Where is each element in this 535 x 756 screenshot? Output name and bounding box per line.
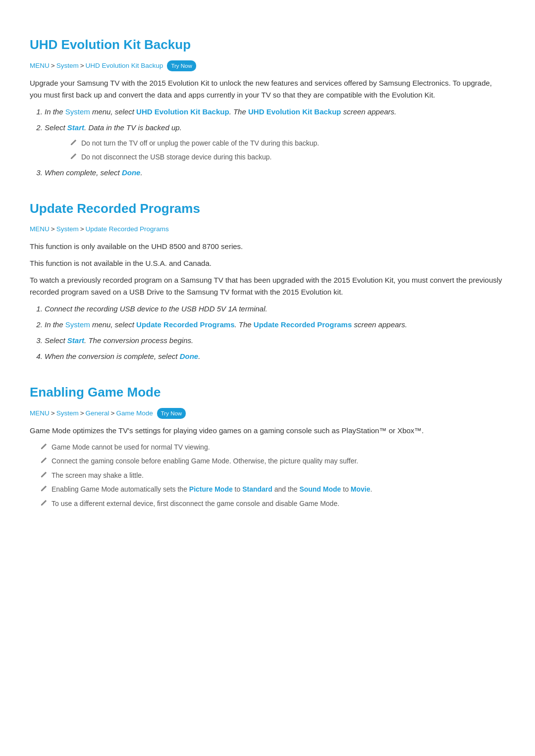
s2step2-system-link: System (65, 320, 90, 329)
section3-intro: Game Mode optimizes the TV's settings fo… (30, 425, 505, 437)
breadcrumb3-game-mode[interactable]: Game Mode (116, 408, 153, 419)
step1-uhd-link2: UHD Evolution Kit Backup (248, 107, 341, 116)
pencil-icon-gm3 (40, 471, 48, 479)
section2-step4: When the conversion is complete, select … (45, 351, 505, 362)
step1-uhd-link: UHD Evolution Kit Backup (136, 107, 229, 116)
breadcrumb3-sep1: > (51, 408, 55, 419)
pencil-icon-2 (69, 152, 77, 160)
try-now-badge-3[interactable]: Try Now (157, 408, 186, 419)
gm-note4: Enabling Game Mode automatically sets th… (40, 484, 505, 495)
section3-breadcrumb: MENU > System > General > Game Mode Try … (30, 408, 505, 419)
breadcrumb3-menu[interactable]: MENU (30, 408, 50, 419)
section1-notes: Do not turn the TV off or unplug the pow… (69, 138, 505, 163)
section1-breadcrumb: MENU > System > UHD Evolution Kit Backup… (30, 60, 505, 71)
breadcrumb2-system[interactable]: System (56, 224, 79, 235)
section1-step1: In the System menu, select UHD Evolution… (45, 106, 505, 118)
pencil-icon-1 (69, 139, 77, 147)
step2-start-link: Start (67, 123, 84, 132)
gm-note1: Game Mode cannot be used for normal TV v… (40, 442, 505, 453)
section2-para2: This function is not available in the U.… (30, 257, 505, 269)
s2step3-start-link: Start (67, 336, 84, 345)
note1-text: Do not turn the TV off or unplug the pow… (81, 138, 319, 149)
section2-step3: Select Start. The conversion process beg… (45, 335, 505, 347)
breadcrumb3-sep2: > (80, 408, 84, 419)
section2-para3: To watch a previously recorded program o… (30, 274, 505, 298)
section2-step2: In the System menu, select Update Record… (45, 319, 505, 331)
gm-note3-text: The screen may shake a little. (52, 470, 144, 481)
breadcrumb3-general[interactable]: General (86, 408, 109, 419)
s2step2-update-link: Update Recorded Programs (136, 320, 234, 329)
standard-link: Standard (242, 485, 272, 493)
breadcrumb-menu[interactable]: MENU (30, 60, 50, 71)
section1-step2: Select Start. Data in the TV is backed u… (45, 122, 505, 163)
breadcrumb-uhd-backup[interactable]: UHD Evolution Kit Backup (86, 60, 163, 71)
breadcrumb-sep2: > (80, 60, 84, 71)
breadcrumb-system[interactable]: System (56, 60, 79, 71)
gm-note3: The screen may shake a little. (40, 470, 505, 481)
sound-mode-link: Sound Mode (299, 485, 341, 493)
note2-text: Do not disconnect the USB storage device… (81, 151, 271, 162)
section2-steps: Connect the recording USB device to the … (45, 303, 505, 362)
breadcrumb2-menu[interactable]: MENU (30, 224, 50, 235)
section1-step3: When complete, select Done. (45, 167, 505, 179)
section3-title: Enabling Game Mode (30, 382, 505, 403)
section2-para1: This function is only available on the U… (30, 241, 505, 252)
breadcrumb3-system[interactable]: System (56, 408, 79, 419)
gm-note5-text: To use a different external device, firs… (52, 498, 339, 509)
breadcrumb3-sep3: > (111, 408, 115, 419)
gm-note1-text: Game Mode cannot be used for normal TV v… (52, 442, 210, 453)
picture-mode-link: Picture Mode (189, 485, 233, 493)
movie-link: Movie (351, 485, 371, 493)
note2: Do not disconnect the USB storage device… (69, 151, 505, 162)
section-update-recorded: Update Recorded Programs MENU > System >… (30, 199, 505, 362)
gm-note2: Connect the gaming console before enabli… (40, 455, 505, 466)
pencil-icon-gm4 (40, 485, 48, 493)
gm-note5: To use a different external device, firs… (40, 498, 505, 509)
try-now-badge-1[interactable]: Try Now (167, 60, 196, 71)
breadcrumb2-update-recorded[interactable]: Update Recorded Programs (86, 224, 169, 235)
gm-note2-text: Connect the gaming console before enabli… (52, 455, 358, 466)
breadcrumb2-sep1: > (51, 224, 55, 235)
breadcrumb-sep1: > (51, 60, 55, 71)
section-game-mode: Enabling Game Mode MENU > System > Gener… (30, 382, 505, 509)
section2-step1: Connect the recording USB device to the … (45, 303, 505, 315)
section1-intro: Upgrade your Samsung TV with the 2015 Ev… (30, 77, 505, 101)
pencil-icon-gm2 (40, 456, 48, 464)
section2-breadcrumb: MENU > System > Update Recorded Programs (30, 224, 505, 235)
section-uhd-backup: UHD Evolution Kit Backup MENU > System >… (30, 35, 505, 179)
pencil-icon-gm1 (40, 443, 48, 451)
s2step4-done-link: Done (180, 352, 199, 360)
section2-title: Update Recorded Programs (30, 199, 505, 219)
step3-done-link: Done (122, 168, 141, 177)
section1-title: UHD Evolution Kit Backup (30, 35, 505, 55)
breadcrumb2-sep2: > (80, 224, 84, 235)
step1-system-link: System (65, 107, 90, 116)
section1-steps: In the System menu, select UHD Evolution… (45, 106, 505, 179)
note1: Do not turn the TV off or unplug the pow… (69, 138, 505, 149)
gm-note4-text: Enabling Game Mode automatically sets th… (52, 484, 372, 495)
pencil-icon-gm5 (40, 499, 48, 507)
section3-notes: Game Mode cannot be used for normal TV v… (40, 442, 505, 509)
s2step2-update-link2: Update Recorded Programs (254, 320, 352, 329)
